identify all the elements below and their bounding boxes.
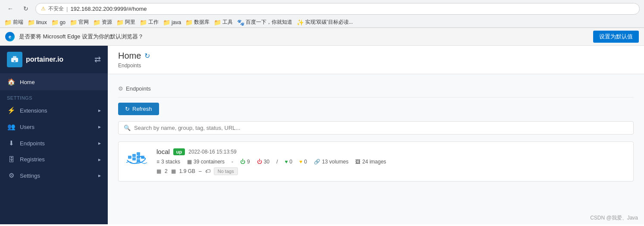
sidebar-item-home[interactable]: 🏠 Home bbox=[0, 74, 108, 90]
cpu-count: 2 bbox=[165, 168, 168, 174]
healthy-count: 0 bbox=[290, 159, 293, 165]
page-title: Home bbox=[118, 51, 141, 61]
containers-label: 39 containers bbox=[194, 159, 225, 165]
stacks-stat: ≡ 3 stacks bbox=[156, 159, 180, 165]
mem-icon: ▦ bbox=[171, 168, 176, 174]
running-icon: ⏻ bbox=[240, 159, 245, 165]
browser-toolbar: ← ↻ ⚠ 不安全 | 192.168.202.200:9999/#/home bbox=[0, 0, 644, 17]
status-badge: up bbox=[173, 148, 185, 155]
bookmark-item[interactable]: 📁go bbox=[51, 19, 66, 26]
bookmark-folder-icon: 📁 bbox=[163, 19, 170, 26]
bookmark-item[interactable]: 📁官网 bbox=[70, 19, 89, 26]
volumes-icon: 🔗 bbox=[314, 159, 320, 165]
sidebar-item-label: Home bbox=[20, 79, 101, 85]
sidebar-item-extensions[interactable]: ⚡ Extensions ▸ bbox=[0, 102, 108, 119]
images-icon: 🖼 bbox=[355, 159, 360, 165]
portainer-logo-text: portainer.io bbox=[26, 56, 63, 63]
bookmark-label: 工作 bbox=[148, 19, 159, 26]
bookmark-folder-icon: 📁 bbox=[214, 19, 221, 26]
endpoint-tags: ▦ 2 ▦ 1.9 GB – 🏷 No tags bbox=[156, 167, 626, 175]
sidebar-item-settings[interactable]: ⚙ Settings ▸ bbox=[0, 167, 108, 184]
url-display: 192.168.202.200:9999/#/home bbox=[70, 6, 147, 12]
bookmark-item[interactable]: 📁资源 bbox=[93, 19, 112, 26]
refresh-button[interactable]: ↻ Refresh bbox=[118, 103, 159, 115]
stacks-label: 3 stacks bbox=[161, 159, 180, 165]
endpoints-section-icon: ⚙ bbox=[118, 85, 123, 92]
bookmark-item[interactable]: 🐾百度一下，你就知道 bbox=[237, 19, 292, 26]
endpoint-card[interactable]: local up 2022-08-16 15:13:59 ≡ 3 stacks … bbox=[118, 141, 634, 182]
app-container: portainer.io ⇄ 🏠 Home SETTINGS ⚡ Extensi… bbox=[0, 46, 644, 224]
bookmark-item[interactable]: 📁前端 bbox=[4, 19, 23, 26]
bookmark-item[interactable]: 📁工作 bbox=[140, 19, 159, 26]
sidebar-item-icon: ⬇ bbox=[7, 139, 16, 147]
unhealthy-stat: ♥ 0 bbox=[299, 159, 307, 165]
sidebar-item-icon: ⚡ bbox=[7, 107, 16, 114]
content-area: ⚙ Endpoints ↻ Refresh 🔍 bbox=[108, 74, 644, 188]
mem-label: 1.9 GB bbox=[179, 168, 195, 174]
endpoints-section-title: ⚙ Endpoints bbox=[118, 81, 634, 97]
sidebar-item-registries[interactable]: 🗄 Registries ▸ bbox=[0, 151, 108, 167]
running-count: 9 bbox=[247, 159, 250, 165]
images-stat: 🖼 24 images bbox=[355, 159, 386, 165]
bookmark-item[interactable]: ✨实现'双碳'目标必读... bbox=[297, 19, 353, 26]
set-default-button[interactable]: 设置为默认值 bbox=[593, 31, 639, 43]
endpoint-header: local up 2022-08-16 15:13:59 bbox=[156, 148, 626, 155]
bookmark-folder-icon: ✨ bbox=[297, 19, 304, 26]
bookmark-folder-icon: 📁 bbox=[116, 19, 124, 26]
volumes-label: 13 volumes bbox=[322, 159, 348, 165]
bookmark-item[interactable]: 📁工具 bbox=[214, 19, 233, 26]
bookmark-label: java bbox=[172, 19, 181, 25]
bookmark-item[interactable]: 📁linux bbox=[28, 19, 47, 26]
bookmark-item[interactable]: 📁阿里 bbox=[116, 19, 135, 26]
bookmark-label: 百度一下，你就知道 bbox=[246, 19, 292, 26]
sidebar-item-endpoints[interactable]: ⬇ Endpoints ▸ bbox=[0, 135, 108, 151]
search-input[interactable] bbox=[134, 125, 628, 131]
sidebar-section-label: SETTINGS bbox=[0, 90, 108, 102]
unhealthy-icon: ♥ bbox=[299, 159, 302, 165]
stopped-count: 30 bbox=[264, 159, 269, 165]
refresh-button-label: Refresh bbox=[132, 106, 152, 112]
bookmark-folder-icon: 📁 bbox=[93, 19, 100, 26]
main-content: Home ↻ Endpoints ⚙ Endpoints ↻ Refresh 🔍 bbox=[108, 46, 644, 224]
stat-separator1: - bbox=[231, 159, 233, 165]
page-header-inner: Home ↻ Endpoints bbox=[118, 51, 150, 69]
bookmark-folder-icon: 📁 bbox=[51, 19, 59, 26]
refresh-browser-button[interactable]: ↻ bbox=[20, 3, 32, 15]
images-label: 24 images bbox=[362, 159, 386, 165]
breadcrumb: Endpoints bbox=[118, 61, 150, 69]
bookmark-label: go bbox=[60, 19, 66, 25]
bookmark-label: 工具 bbox=[222, 19, 233, 26]
bookmark-folder-icon: 📁 bbox=[4, 19, 12, 26]
stat-separator2: / bbox=[276, 159, 278, 165]
address-bar[interactable]: ⚠ 不安全 | 192.168.202.200:9999/#/home bbox=[35, 3, 640, 15]
address-separator: | bbox=[66, 6, 68, 12]
back-button[interactable]: ← bbox=[4, 3, 16, 15]
page-refresh-icon[interactable]: ↻ bbox=[144, 52, 150, 60]
sidebar-item-icon: 🗄 bbox=[7, 156, 16, 163]
sidebar-item-label: Endpoints bbox=[20, 140, 94, 147]
docker-whale-icon bbox=[125, 148, 150, 167]
bookmark-folder-icon: 🐾 bbox=[237, 19, 244, 26]
volumes-stat: 🔗 13 volumes bbox=[314, 159, 348, 165]
bookmark-item[interactable]: 📁数据库 bbox=[185, 19, 209, 26]
bookmark-label: 官网 bbox=[78, 19, 89, 26]
sidebar-item-arrow: ▸ bbox=[98, 140, 101, 146]
csdn-watermark: CSDN @我爱、Java bbox=[590, 214, 638, 222]
bookmarks-bar: 📁前端📁linux📁go📁官网📁资源📁阿里📁工作📁java📁数据库📁工具🐾百度一… bbox=[0, 17, 644, 28]
edge-banner: e 是否要将 Microsoft Edge 设置为你的默认浏览器？ 设置为默认值 bbox=[0, 28, 644, 46]
bookmark-label: 实现'双碳'目标必读... bbox=[305, 19, 353, 26]
endpoint-name: local bbox=[156, 148, 170, 155]
edge-logo-icon: e bbox=[5, 32, 15, 41]
bookmark-item[interactable]: 📁java bbox=[163, 19, 181, 26]
sidebar-item-users[interactable]: 👥 Users ▸ bbox=[0, 119, 108, 135]
endpoint-stats: ≡ 3 stacks ▦ 39 containers - ⏻ 9 bbox=[156, 159, 626, 165]
edge-banner-text: 是否要将 Microsoft Edge 设置为你的默认浏览器？ bbox=[19, 33, 589, 41]
transfer-icon[interactable]: ⇄ bbox=[94, 55, 101, 64]
running-stat: ⏻ 9 bbox=[240, 159, 250, 165]
containers-icon: ▦ bbox=[187, 159, 192, 165]
stopped-icon: ⏻ bbox=[257, 159, 262, 165]
sidebar-item-icon: 🏠 bbox=[7, 78, 16, 86]
search-bar[interactable]: 🔍 bbox=[118, 121, 634, 135]
warning-icon: ⚠ bbox=[41, 6, 46, 12]
healthy-stat: ♥ 0 bbox=[284, 159, 292, 165]
